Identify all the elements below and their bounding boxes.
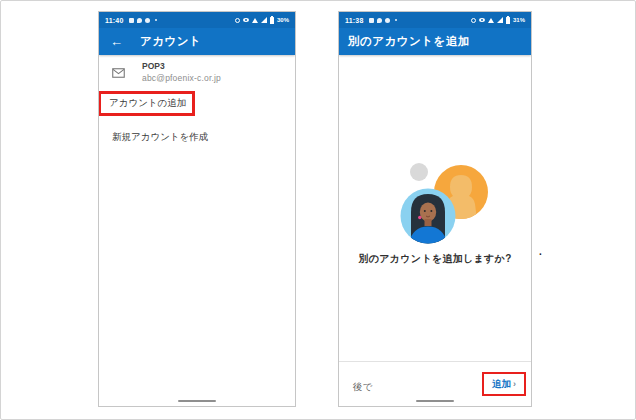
more-notifications-dot-icon [395, 19, 397, 21]
screenshot-notification-icon [369, 18, 374, 23]
question-text: 別のアカウントを追加しますか? [339, 252, 531, 266]
account-email: abc@pfoenix-c.or.jp [142, 73, 221, 83]
envelope-icon [112, 64, 125, 82]
add-button-highlighted[interactable]: 追加 › [482, 372, 526, 396]
left-app-bar: ← アカウント [99, 28, 295, 55]
battery-percent: 31% [513, 17, 525, 23]
home-indicator[interactable] [178, 400, 216, 403]
eye-icon [243, 18, 249, 23]
alarm-icon [471, 18, 476, 23]
wifi-icon [488, 18, 494, 23]
avatar-illustration [368, 155, 508, 247]
cell-signal-icon [497, 17, 503, 23]
notification-icons [369, 18, 397, 23]
alarm-icon [235, 18, 240, 23]
page-title: 別のアカウントを追加 [348, 34, 470, 49]
menu-item-add-account[interactable]: アカウントの追加 [99, 91, 295, 115]
status-icons: 30% [235, 17, 289, 24]
battery-icon [270, 17, 274, 24]
right-app-bar: 別のアカウントを追加 [339, 28, 531, 55]
eye-icon [479, 18, 485, 23]
chat-notification-icon [137, 18, 142, 23]
chat-notification-icon [377, 18, 382, 23]
menu-item-create-account[interactable]: 新規アカウントを作成 [99, 125, 295, 149]
right-header: 11:38 31% 別のアカウントを追加 [339, 12, 531, 55]
screenshot-canvas: 11:40 30% ← アカウント [0, 0, 636, 420]
later-button[interactable]: 後で [353, 381, 372, 394]
more-notifications-dot-icon [155, 19, 157, 21]
small-gray-circle [410, 163, 428, 181]
app-notification-icon [145, 18, 150, 23]
page-title: アカウント [140, 34, 201, 49]
menu-item-label: 新規アカウントを作成 [112, 131, 208, 144]
home-indicator[interactable] [416, 400, 454, 403]
left-status-bar: 11:40 30% [99, 12, 295, 28]
app-notification-icon [385, 18, 390, 23]
account-protocol: POP3 [142, 61, 165, 71]
notification-icons [129, 18, 157, 23]
status-icons: 31% [471, 17, 525, 24]
left-phone-screenshot: 11:40 30% ← アカウント [98, 11, 296, 407]
add-button-label: 追加 [492, 378, 511, 391]
menu-item-label: アカウントの追加 [109, 97, 186, 110]
cell-signal-icon [261, 17, 267, 23]
wifi-icon [252, 18, 258, 23]
chevron-right-icon: › [513, 379, 516, 389]
right-phone-screenshot: 11:38 31% 別のアカウントを追加 [338, 11, 532, 407]
stray-period-text: . [539, 246, 542, 257]
battery-percent: 30% [277, 17, 289, 23]
account-list-item-pop3[interactable]: POP3 abc@pfoenix-c.or.jp [99, 60, 295, 94]
battery-icon [506, 17, 510, 24]
back-arrow-icon[interactable]: ← [110, 34, 123, 49]
clock-text: 11:38 [345, 17, 364, 24]
left-header: 11:40 30% ← アカウント [99, 12, 295, 55]
screenshot-notification-icon [129, 18, 134, 23]
clock-text: 11:40 [105, 17, 124, 24]
right-status-bar: 11:38 31% [339, 12, 531, 28]
woman-avatar-circle [401, 189, 456, 248]
